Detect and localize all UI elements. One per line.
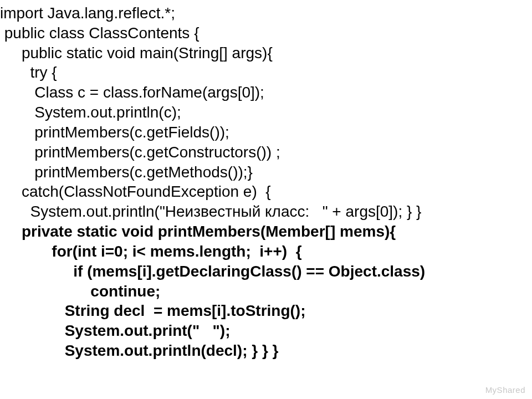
- code-line: try {: [0, 63, 532, 83]
- code-line: printMembers(c.getConstructors()) ;: [0, 142, 532, 162]
- watermark: MyShared: [485, 385, 525, 395]
- code-line-bold: System.out.print(" ");: [0, 321, 532, 341]
- code-line: Class c = class.forName(args[0]);: [0, 83, 532, 103]
- code-line-bold: continue;: [0, 282, 532, 301]
- code-line: public static void main(String[] args){: [0, 43, 532, 63]
- code-line: public class ClassContents {: [0, 23, 532, 43]
- code-line: System.out.println(c);: [0, 103, 532, 122]
- slide: import Java.lang.reflect.*; public class…: [0, 0, 532, 399]
- code-line-bold: System.out.println(decl); } } }: [0, 341, 532, 361]
- code-line: catch(ClassNotFoundException e) {: [0, 182, 532, 202]
- code-line-bold: private static void printMembers(Member[…: [0, 222, 532, 242]
- code-line: printMembers(c.getMethods());}: [0, 162, 532, 182]
- code-line-bold: String decl = mems[i].toString();: [0, 301, 532, 321]
- code-line: printMembers(c.getFields());: [0, 122, 532, 142]
- code-line-bold: for(int i=0; i< mems.length; i++) {: [0, 242, 532, 262]
- code-line: import Java.lang.reflect.*;: [0, 3, 532, 23]
- code-line-bold: if (mems[i].getDeclaringClass() == Objec…: [0, 262, 532, 282]
- code-line: System.out.println("Неизвестный класс: "…: [0, 202, 532, 222]
